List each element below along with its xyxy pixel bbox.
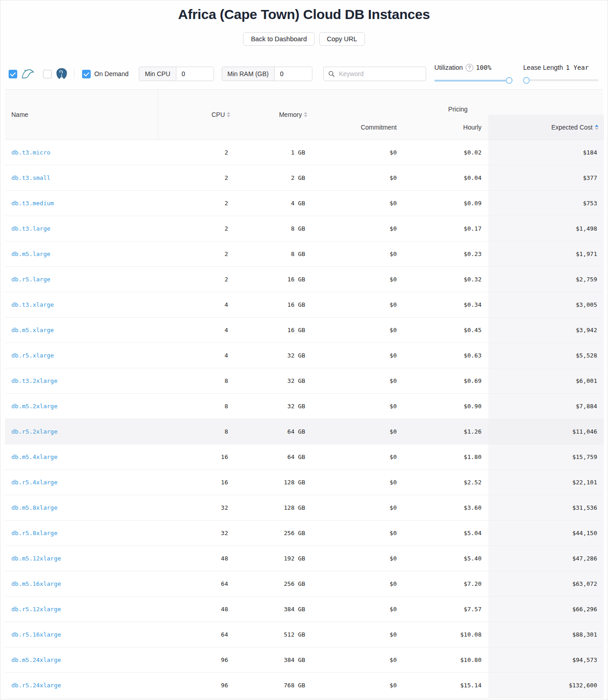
hourly-cell: $0.09: [404, 191, 488, 216]
column-header-commitment[interactable]: Commitment: [312, 115, 404, 140]
instance-name-link[interactable]: db.r5.8xlarge: [11, 530, 58, 536]
instance-name-cell: db.m5.xlarge: [5, 318, 158, 343]
postgres-checkbox[interactable]: [43, 70, 52, 78]
hourly-cell: $1.80: [404, 444, 488, 469]
help-icon[interactable]: ?: [466, 64, 473, 72]
commitment-cell: $0: [312, 241, 404, 266]
instance-name-link[interactable]: db.r5.16xlarge: [11, 631, 61, 638]
instance-name-link[interactable]: db.t3.small: [11, 174, 50, 181]
instance-name-link[interactable]: db.r5.xlarge: [11, 352, 54, 359]
memory-cell: 512 GB: [235, 622, 312, 647]
commitment-cell: $0: [312, 419, 404, 444]
instance-name-link[interactable]: db.m5.4xlarge: [11, 454, 58, 460]
instance-name-link[interactable]: db.t3.micro: [11, 149, 50, 156]
back-to-dashboard-button[interactable]: Back to Dashboard: [243, 32, 314, 46]
instance-name-link[interactable]: db.m5.xlarge: [11, 327, 54, 333]
commitment-cell: $0: [312, 140, 404, 165]
instance-name-cell: db.t3.xlarge: [5, 292, 158, 317]
instance-name-link[interactable]: db.m5.16xlarge: [11, 580, 61, 587]
cpu-cell: 4: [158, 318, 235, 343]
instance-name-cell: db.r5.2xlarge: [5, 419, 158, 444]
instances-table: Name CPU Memory Pricing Commitment Hourl…: [5, 89, 603, 698]
expected-cost-cell: $3,005: [488, 292, 604, 317]
hourly-cell: $2.52: [404, 470, 488, 495]
hourly-cell: $0.90: [404, 394, 488, 419]
expected-cost-cell: $377: [488, 165, 604, 190]
min-ram-input[interactable]: [275, 67, 312, 81]
instance-name-link[interactable]: db.r5.12xlarge: [11, 606, 61, 613]
instance-name-cell: db.r5.xlarge: [5, 343, 158, 368]
commitment-cell: $0: [312, 470, 404, 495]
lease-length-slider[interactable]: [523, 77, 598, 84]
hourly-cell: $5.40: [404, 546, 488, 571]
commitment-cell: $0: [312, 292, 404, 317]
utilization-slider[interactable]: [434, 77, 510, 84]
sort-icon-expected-cost: [595, 125, 598, 130]
instance-name-cell: db.m5.large: [5, 241, 158, 266]
postgres-elephant-icon: [56, 68, 68, 80]
instance-name-link[interactable]: db.m5.large: [11, 251, 50, 257]
instance-name-link[interactable]: db.m5.12xlarge: [11, 555, 61, 562]
commitment-cell: $0: [312, 267, 404, 292]
cpu-cell: 32: [158, 521, 235, 546]
table-row: db.r5.large 2 16 GB $0 $0.32 $2,759: [5, 267, 603, 292]
min-cpu-input[interactable]: [176, 67, 214, 81]
mysql-checkbox[interactable]: [9, 70, 17, 78]
column-header-memory[interactable]: Memory: [235, 90, 312, 140]
column-header-hourly[interactable]: Hourly: [404, 115, 488, 140]
expected-cost-cell: $132,600: [488, 673, 604, 698]
copy-url-button[interactable]: Copy URL: [319, 32, 365, 46]
commitment-cell: $0: [312, 444, 404, 469]
expected-cost-cell: $1,498: [488, 216, 604, 241]
instance-name-link[interactable]: db.t3.xlarge: [11, 301, 54, 308]
instance-name-link[interactable]: db.r5.4xlarge: [11, 479, 58, 486]
hourly-cell: $5.04: [404, 521, 488, 546]
instance-name-link[interactable]: db.r5.large: [11, 276, 50, 283]
commitment-cell: $0: [312, 165, 404, 190]
instance-name-link[interactable]: db.t3.medium: [11, 200, 54, 207]
cpu-cell: 64: [158, 622, 235, 647]
instance-name-link[interactable]: db.r5.2xlarge: [11, 428, 58, 435]
hourly-cell: $0.69: [404, 368, 488, 393]
cpu-cell: 4: [158, 343, 235, 368]
instance-name-link[interactable]: db.t3.large: [11, 225, 50, 232]
cpu-cell: 2: [158, 165, 235, 190]
expected-cost-cell: $11,046: [488, 419, 604, 444]
instance-name-link[interactable]: db.m5.24xlarge: [11, 657, 61, 663]
min-ram-label: Min RAM (GB): [222, 67, 275, 81]
keyword-input[interactable]: [338, 70, 422, 78]
instance-name-link[interactable]: db.r5.24xlarge: [11, 682, 61, 689]
table-row: db.t3.xlarge 4 16 GB $0 $0.34 $3,005: [5, 292, 603, 318]
cpu-cell: 2: [158, 241, 235, 266]
column-header-cpu[interactable]: CPU: [158, 90, 235, 140]
expected-cost-cell: $184: [488, 140, 604, 165]
cpu-cell: 16: [158, 444, 235, 469]
instance-name-cell: db.t3.small: [5, 165, 158, 190]
cpu-cell: 4: [158, 292, 235, 317]
cpu-cell: 2: [158, 267, 235, 292]
commitment-cell: $0: [312, 216, 404, 241]
memory-cell: 384 GB: [235, 597, 312, 622]
memory-cell: 32 GB: [235, 394, 312, 419]
cpu-cell: 2: [158, 140, 235, 165]
on-demand-checkbox[interactable]: [82, 70, 91, 78]
memory-cell: 16 GB: [235, 318, 312, 343]
table-row: db.r5.4xlarge 16 128 GB $0 $2.52 $22,101: [5, 470, 603, 495]
column-header-name[interactable]: Name: [5, 90, 158, 140]
instance-name-link[interactable]: db.m5.8xlarge: [11, 504, 58, 511]
instance-name-cell: db.m5.4xlarge: [5, 444, 158, 469]
instance-name-cell: db.r5.12xlarge: [5, 597, 158, 622]
expected-cost-cell: $22,101: [488, 470, 604, 495]
hourly-cell: $1.26: [404, 419, 488, 444]
column-header-expected-cost[interactable]: Expected Cost: [488, 115, 604, 140]
instance-name-link[interactable]: db.m5.2xlarge: [11, 403, 58, 410]
cpu-cell: 96: [158, 647, 235, 672]
table-row: db.m5.2xlarge 8 32 GB $0 $0.90 $7,884: [5, 394, 603, 419]
instance-name-link[interactable]: db.t3.2xlarge: [11, 377, 58, 384]
memory-cell: 256 GB: [235, 521, 312, 546]
instance-name-cell: db.r5.4xlarge: [5, 470, 158, 495]
min-ram-group: Min RAM (GB): [222, 67, 312, 81]
expected-cost-cell: $6,001: [488, 368, 604, 393]
commitment-cell: $0: [312, 546, 404, 571]
expected-cost-cell: $44,150: [488, 521, 604, 546]
